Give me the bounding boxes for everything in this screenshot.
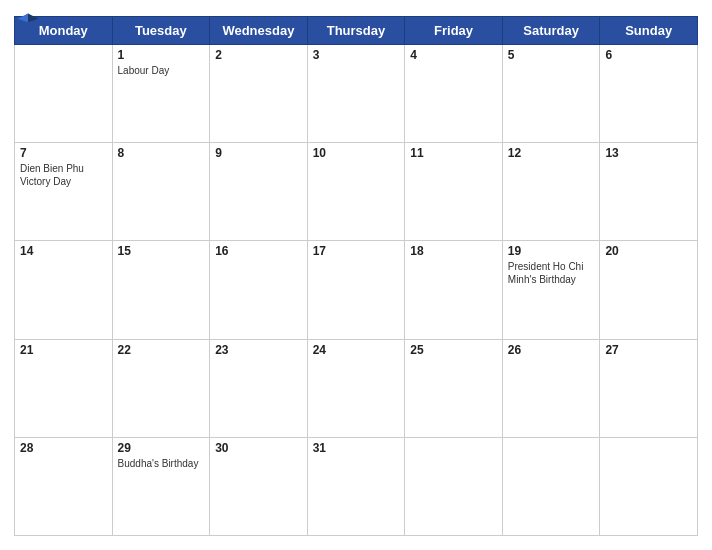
- day-number: 20: [605, 244, 692, 258]
- calendar-cell: 23: [210, 339, 308, 437]
- weekday-header-row: MondayTuesdayWednesdayThursdayFridaySatu…: [15, 17, 698, 45]
- weekday-header-saturday: Saturday: [502, 17, 600, 45]
- calendar-cell: 11: [405, 143, 503, 241]
- week-row-1: 1Labour Day23456: [15, 45, 698, 143]
- calendar-cell: 17: [307, 241, 405, 339]
- day-number: 3: [313, 48, 400, 62]
- calendar-cell: 19President Ho Chi Minh's Birthday: [502, 241, 600, 339]
- calendar-wrapper: MondayTuesdayWednesdayThursdayFridaySatu…: [0, 0, 712, 550]
- calendar-cell: [405, 437, 503, 535]
- day-number: 24: [313, 343, 400, 357]
- day-number: 31: [313, 441, 400, 455]
- day-number: 4: [410, 48, 497, 62]
- week-row-5: 2829Buddha's Birthday3031: [15, 437, 698, 535]
- day-number: 21: [20, 343, 107, 357]
- calendar-cell: 22: [112, 339, 210, 437]
- day-number: 6: [605, 48, 692, 62]
- calendar-table: MondayTuesdayWednesdayThursdayFridaySatu…: [14, 16, 698, 536]
- day-number: 13: [605, 146, 692, 160]
- day-number: 2: [215, 48, 302, 62]
- week-row-4: 21222324252627: [15, 339, 698, 437]
- day-number: 12: [508, 146, 595, 160]
- day-number: 5: [508, 48, 595, 62]
- weekday-header-wednesday: Wednesday: [210, 17, 308, 45]
- holiday-label: Buddha's Birthday: [118, 457, 205, 470]
- calendar-cell: 24: [307, 339, 405, 437]
- calendar-cell: 14: [15, 241, 113, 339]
- day-number: 22: [118, 343, 205, 357]
- calendar-cell: 31: [307, 437, 405, 535]
- calendar-cell: 3: [307, 45, 405, 143]
- calendar-cell: 6: [600, 45, 698, 143]
- calendar-cell: 28: [15, 437, 113, 535]
- day-number: 7: [20, 146, 107, 160]
- holiday-label: Labour Day: [118, 64, 205, 77]
- day-number: 30: [215, 441, 302, 455]
- day-number: 11: [410, 146, 497, 160]
- weekday-header-tuesday: Tuesday: [112, 17, 210, 45]
- day-number: 25: [410, 343, 497, 357]
- calendar-cell: [600, 437, 698, 535]
- day-number: 1: [118, 48, 205, 62]
- calendar-cell: 1Labour Day: [112, 45, 210, 143]
- day-number: 10: [313, 146, 400, 160]
- holiday-label: President Ho Chi Minh's Birthday: [508, 260, 595, 286]
- day-number: 18: [410, 244, 497, 258]
- day-number: 15: [118, 244, 205, 258]
- calendar-cell: 5: [502, 45, 600, 143]
- calendar-cell: 10: [307, 143, 405, 241]
- calendar-cell: 21: [15, 339, 113, 437]
- calendar-cell: 13: [600, 143, 698, 241]
- holiday-label: Dien Bien Phu Victory Day: [20, 162, 107, 188]
- calendar-cell: 26: [502, 339, 600, 437]
- weekday-header-sunday: Sunday: [600, 17, 698, 45]
- day-number: 29: [118, 441, 205, 455]
- weekday-header-thursday: Thursday: [307, 17, 405, 45]
- week-row-2: 7Dien Bien Phu Victory Day8910111213: [15, 143, 698, 241]
- day-number: 16: [215, 244, 302, 258]
- day-number: 17: [313, 244, 400, 258]
- day-number: 26: [508, 343, 595, 357]
- day-number: 14: [20, 244, 107, 258]
- day-number: 19: [508, 244, 595, 258]
- day-number: 8: [118, 146, 205, 160]
- day-number: 27: [605, 343, 692, 357]
- calendar-cell: 4: [405, 45, 503, 143]
- calendar-cell: 12: [502, 143, 600, 241]
- calendar-cell: 30: [210, 437, 308, 535]
- calendar-cell: 15: [112, 241, 210, 339]
- day-number: 28: [20, 441, 107, 455]
- calendar-cell: [15, 45, 113, 143]
- logo-icon: [14, 10, 42, 38]
- day-number: 23: [215, 343, 302, 357]
- calendar-cell: 16: [210, 241, 308, 339]
- week-row-3: 141516171819President Ho Chi Minh's Birt…: [15, 241, 698, 339]
- day-number: 9: [215, 146, 302, 160]
- calendar-cell: 9: [210, 143, 308, 241]
- calendar-cell: [502, 437, 600, 535]
- calendar-cell: 7Dien Bien Phu Victory Day: [15, 143, 113, 241]
- calendar-cell: 20: [600, 241, 698, 339]
- calendar-cell: 2: [210, 45, 308, 143]
- calendar-cell: 27: [600, 339, 698, 437]
- calendar-cell: 29Buddha's Birthday: [112, 437, 210, 535]
- weekday-header-friday: Friday: [405, 17, 503, 45]
- calendar-cell: 18: [405, 241, 503, 339]
- calendar-cell: 8: [112, 143, 210, 241]
- calendar-cell: 25: [405, 339, 503, 437]
- logo: [14, 10, 45, 38]
